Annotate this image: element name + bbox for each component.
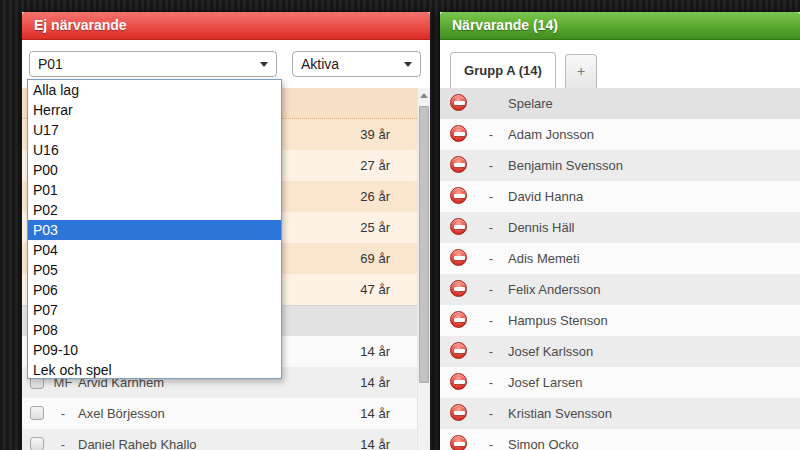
list-item[interactable]: - Adis Memeti	[440, 243, 800, 274]
dropdown-option[interactable]: P05	[28, 260, 281, 280]
dropdown-option[interactable]: U17	[28, 120, 281, 140]
minus-icon[interactable]	[450, 94, 467, 111]
age-value: 39 år	[360, 119, 390, 150]
list-item[interactable]: - Felix Andersson	[440, 274, 800, 305]
absent-list-scrollbar[interactable]	[417, 88, 430, 450]
minus-icon[interactable]	[450, 187, 467, 204]
dropdown-option[interactable]: Herrar	[28, 100, 281, 120]
present-list-header-label: Spelare	[508, 88, 553, 119]
player-name: Simon Ocko	[508, 429, 579, 450]
minus-icon[interactable]	[450, 125, 467, 142]
status-select-value: Aktiva	[301, 52, 339, 76]
player-name: Dennis Häll	[508, 212, 574, 243]
player-position: -	[484, 274, 498, 305]
player-name: Benjamin Svensson	[508, 150, 623, 181]
present-list-header-row: Spelare	[440, 88, 800, 119]
chevron-down-icon	[260, 62, 268, 67]
dropdown-option[interactable]: Lek och spel	[28, 360, 281, 380]
team-select[interactable]: P01	[29, 51, 277, 77]
player-name: Daniel Raheb Khallo	[78, 429, 197, 450]
minus-icon[interactable]	[450, 218, 467, 235]
minus-icon[interactable]	[450, 249, 467, 266]
table-row[interactable]: - Axel Börjesson 14 år	[22, 398, 417, 429]
age-value: 14 år	[360, 367, 390, 398]
dropdown-option[interactable]: P04	[28, 240, 281, 260]
player-name: Axel Börjesson	[78, 398, 165, 429]
add-group-tab[interactable]: +	[565, 54, 597, 88]
scrollbar-thumb[interactable]	[419, 106, 429, 383]
player-checkbox[interactable]	[30, 437, 44, 450]
dropdown-option[interactable]: P08	[28, 320, 281, 340]
tab-grupp-a[interactable]: Grupp A (14)	[450, 52, 556, 88]
present-panel: Närvarande (14) Grupp A (14) + Spelare -…	[440, 12, 800, 450]
team-select-value: P01	[38, 52, 63, 76]
dropdown-option[interactable]: Alla lag	[28, 80, 281, 100]
age-value: 14 år	[360, 429, 390, 450]
minus-icon[interactable]	[450, 280, 467, 297]
player-position: -	[484, 305, 498, 336]
player-name: Adis Memeti	[508, 243, 580, 274]
player-position: -	[484, 398, 498, 429]
minus-icon[interactable]	[450, 373, 467, 390]
player-name: Hampus Stenson	[508, 305, 608, 336]
player-checkbox[interactable]	[30, 406, 44, 420]
minus-icon[interactable]	[450, 435, 467, 450]
player-position: -	[484, 212, 498, 243]
player-position: -	[50, 398, 76, 429]
list-item[interactable]: - Simon Ocko	[440, 429, 800, 450]
minus-icon[interactable]	[450, 342, 467, 359]
player-position: -	[484, 119, 498, 150]
age-value: 47 år	[360, 274, 390, 305]
player-position: -	[50, 429, 76, 450]
dropdown-option[interactable]: P01	[28, 180, 281, 200]
player-name: Adam Jonsson	[508, 119, 594, 150]
age-value: 69 år	[360, 243, 390, 274]
player-name: Josef Larsen	[508, 367, 582, 398]
list-item[interactable]: - Adam Jonsson	[440, 119, 800, 150]
dropdown-option[interactable]: P09-10	[28, 340, 281, 360]
player-position: -	[484, 336, 498, 367]
minus-icon[interactable]	[450, 404, 467, 421]
minus-icon[interactable]	[450, 311, 467, 328]
player-position: -	[484, 429, 498, 450]
present-panel-title: Närvarande (14)	[452, 17, 558, 33]
player-position: -	[484, 367, 498, 398]
scroll-up-arrow-icon	[420, 93, 428, 98]
dropdown-option-highlighted[interactable]: P03	[28, 220, 281, 240]
player-position: -	[484, 243, 498, 274]
player-name: Kristian Svensson	[508, 398, 612, 429]
player-name: Felix Andersson	[508, 274, 601, 305]
scroll-up-button[interactable]	[418, 88, 430, 104]
absent-panel: Ej närvarande P01 Aktiva 39 år 27 år 26 …	[22, 12, 430, 450]
age-value: 25 år	[360, 212, 390, 243]
list-item[interactable]: - Josef Larsen	[440, 367, 800, 398]
team-dropdown-list: Alla lag Herrar U17 U16 P00 P01 P02 P03 …	[27, 79, 282, 379]
table-row[interactable]: - Daniel Raheb Khallo 14 år	[22, 429, 417, 450]
list-item[interactable]: - David Hanna	[440, 181, 800, 212]
status-filter-select[interactable]: Aktiva	[292, 51, 421, 77]
present-panel-header: Närvarande (14)	[440, 12, 800, 40]
player-position: -	[484, 150, 498, 181]
age-value: 27 år	[360, 150, 390, 181]
chevron-down-icon	[404, 62, 412, 67]
absent-panel-title: Ej närvarande	[34, 17, 127, 33]
player-name: Josef Karlsson	[508, 336, 593, 367]
age-value: 26 år	[360, 181, 390, 212]
age-value: 14 år	[360, 398, 390, 429]
dropdown-option[interactable]: U16	[28, 140, 281, 160]
list-item[interactable]: - Hampus Stenson	[440, 305, 800, 336]
dropdown-option[interactable]: P00	[28, 160, 281, 180]
list-item[interactable]: - Josef Karlsson	[440, 336, 800, 367]
age-value: 14 år	[360, 336, 390, 367]
list-item[interactable]: - Kristian Svensson	[440, 398, 800, 429]
minus-icon[interactable]	[450, 156, 467, 173]
dropdown-option[interactable]: P02	[28, 200, 281, 220]
list-item[interactable]: - Benjamin Svensson	[440, 150, 800, 181]
player-name: David Hanna	[508, 181, 583, 212]
player-position: -	[484, 181, 498, 212]
absent-panel-header: Ej närvarande	[22, 12, 430, 40]
dropdown-option[interactable]: P07	[28, 300, 281, 320]
list-item[interactable]: - Dennis Häll	[440, 212, 800, 243]
dropdown-option[interactable]: P06	[28, 280, 281, 300]
